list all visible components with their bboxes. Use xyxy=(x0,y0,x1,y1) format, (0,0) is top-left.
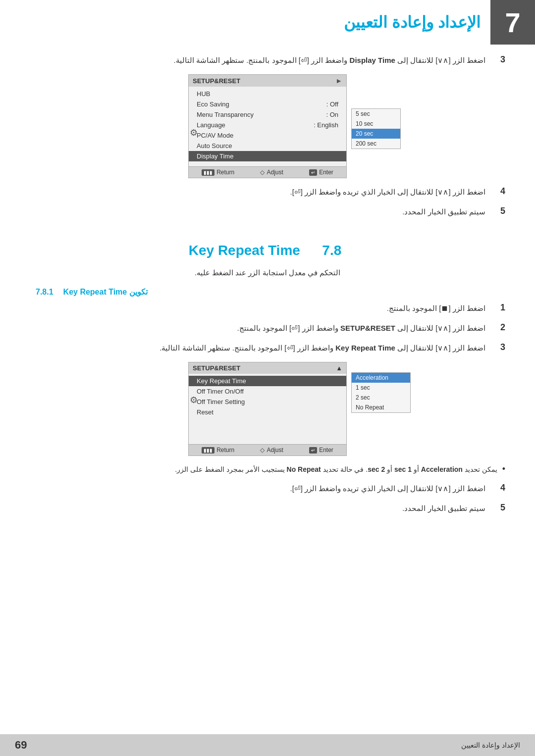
step-text-4: اضغط الزر [∧∨] للانتقال إلى الخيار الذي … xyxy=(290,186,485,198)
menu-trans-value: : On xyxy=(326,111,338,118)
footer-enter-2: ↵ Enter xyxy=(309,447,333,454)
option-5sec: 5 sec xyxy=(352,109,400,119)
hub-label: HUB xyxy=(197,90,210,98)
footer-return-1: ▮▮▮ Return xyxy=(202,169,234,176)
dialog-container-1: SETUP&RESET ► ⚙ HUB Eco Saving : Off xyxy=(188,74,347,178)
dialog-row-menu-trans: Menu Transparency : On xyxy=(189,109,346,120)
return-icon-2: ▮▮▮ xyxy=(202,447,214,454)
krt-step-number-2: 2 xyxy=(490,322,505,333)
step-number-4: 4 xyxy=(490,186,505,197)
adjust-label-1: Adjust xyxy=(267,169,283,176)
arrow-right-icon: ► xyxy=(335,77,342,85)
footer-adjust-2: ◇ Adjust xyxy=(260,447,283,454)
enter-icon-2: ↵ xyxy=(309,447,317,454)
krt-step-4: 4 اضغط الزر [∧∨] للانتقال إلى الخيار الذ… xyxy=(30,483,505,495)
dialog-row-reset: Reset xyxy=(189,407,346,417)
adjust-label-2: Adjust xyxy=(267,447,283,454)
dialog-row-off-timer-onoff: Off Timer On/Off xyxy=(189,386,346,397)
off-timer-onoff-label: Off Timer On/Off xyxy=(197,388,244,395)
footer-adjust-1: ◇ Adjust xyxy=(260,169,283,176)
subsection-title-krt: تكوين Key Repeat Time xyxy=(63,287,148,297)
bullet-text-1: يمكن تحديد Acceleration أو 1 sec أو 2 se… xyxy=(175,464,497,475)
enter-label-1: Enter xyxy=(319,169,333,176)
krt-step-1: 1 اضغط الزر [⏹] الموجود بالمنتج. xyxy=(30,302,505,314)
menu-trans-label: Menu Transparency xyxy=(197,111,254,118)
bullet-icon: • xyxy=(502,464,505,474)
dialog-title-bar-1: SETUP&RESET ► xyxy=(189,75,346,87)
dialog-body-2: ⚙ Key Repeat Time Off Timer On/Off Off T… xyxy=(189,374,346,444)
dialog-row-hub: HUB xyxy=(189,89,346,99)
krt-step-5: 5 سيتم تطبيق الخيار المحدد. xyxy=(30,503,505,514)
krt-step-text-2: اضغط الزر [∧∨] للانتقال إلى SETUP&RESET … xyxy=(237,322,485,334)
dialog-footer-2: ▮▮▮ Return ◇ Adjust ↵ Enter xyxy=(189,444,346,455)
footer-text: الإعداد وإعادة التعيين xyxy=(461,741,520,749)
dialog-row-autosrc: Auto Source xyxy=(189,141,346,151)
dialog-title-1: SETUP&RESET xyxy=(193,77,240,85)
dialog-container-2: SETUP&RESET ▲ ⚙ Key Repeat Time Off Time… xyxy=(188,362,347,456)
footer-return-2: ▮▮▮ Return xyxy=(202,447,234,454)
krt-step-text-4: اضغط الزر [∧∨] للانتقال إلى الخيار الذي … xyxy=(290,483,485,495)
dialog-row-krt: Key Repeat Time xyxy=(189,376,346,386)
dialog-body-1: ⚙ HUB Eco Saving : Off Menu Transparency… xyxy=(189,87,346,166)
language-value: : English xyxy=(314,121,338,129)
option-20sec: 20 sec xyxy=(352,129,400,139)
krt-step-text-5: سيتم تطبيق الخيار المحدد. xyxy=(402,503,485,514)
pcav-label: PC/AV Mode xyxy=(197,132,233,139)
krt-step-2: 2 اضغط الزر [∧∨] للانتقال إلى SETUP&RESE… xyxy=(30,322,505,334)
krt-step-3: 3 اضغط الزر [∧∨] للانتقال إلى Key Repeat… xyxy=(30,342,505,354)
step-text-3: اضغط الزر [∧∨] للانتقال إلى Display Time… xyxy=(174,54,485,66)
subsection-heading-krt: تكوين Key Repeat Time 7.8.1 xyxy=(30,287,505,297)
return-icon-1: ▮▮▮ xyxy=(202,169,214,176)
footer-enter-1: ↵ Enter xyxy=(309,169,333,176)
step-4-display: 4 اضغط الزر [∧∨] للانتقال إلى الخيار الذ… xyxy=(30,186,505,198)
dialog-box-2: SETUP&RESET ▲ ⚙ Key Repeat Time Off Time… xyxy=(188,362,347,456)
bullet-row-1: • يمكن تحديد Acceleration أو 1 sec أو 2 … xyxy=(30,464,505,475)
krt-step-number-1: 1 xyxy=(490,302,505,313)
section-heading-krt: Key Repeat Time 7.8 xyxy=(30,243,505,258)
chapter-title: الإعداد وإعادة التعيين xyxy=(324,0,490,45)
step-5-display: 5 سيتم تطبيق الخيار المحدد. xyxy=(30,206,505,218)
krt-step-text-1: اضغط الزر [⏹] الموجود بالمنتج. xyxy=(387,302,485,314)
option-acceleration: Acceleration xyxy=(352,373,410,383)
step-number-5: 5 xyxy=(490,206,505,216)
dialog-row-pcav: PC/AV Mode xyxy=(189,130,346,141)
language-label: Language xyxy=(197,121,225,129)
return-label-1: Return xyxy=(216,169,234,176)
krt-step-text-3: اضغط الزر [∧∨] للانتقال إلى Key Repeat T… xyxy=(160,342,485,354)
dialog-footer-1: ▮▮▮ Return ◇ Adjust ↵ Enter xyxy=(189,166,346,178)
section-number-krt: 7.8 xyxy=(322,243,341,258)
adjust-icon-1: ◇ xyxy=(260,169,265,176)
enter-label-2: Enter xyxy=(319,447,333,454)
section-title-krt: Key Repeat Time xyxy=(189,243,300,258)
enter-icon-1: ↵ xyxy=(309,169,317,176)
display-time-label: Display Time xyxy=(197,152,233,160)
option-2sec: 2 sec xyxy=(352,393,410,403)
subsection-number-krt: 7.8.1 xyxy=(36,288,54,297)
krt-label: Key Repeat Time xyxy=(197,377,246,385)
dialog-row-display-time: Display Time xyxy=(189,151,346,161)
dialog-box-1: SETUP&RESET ► ⚙ HUB Eco Saving : Off xyxy=(188,74,347,178)
off-timer-setting-label: Off Timer Setting xyxy=(197,398,245,405)
eco-value: : Off xyxy=(326,101,338,108)
option-200sec: 200 sec xyxy=(352,139,400,149)
dropdown-options-2: Acceleration 1 sec 2 sec No Repeat xyxy=(351,372,411,413)
chapter-number: 7 xyxy=(490,0,535,45)
step-text-5: سيتم تطبيق الخيار المحدد. xyxy=(402,206,485,218)
option-10sec: 10 sec xyxy=(352,119,400,129)
option-no-repeat: No Repeat xyxy=(352,403,410,412)
chapter-banner: الإعداد وإعادة التعيين 7 xyxy=(324,0,535,45)
dialog-row-eco: Eco Saving : Off xyxy=(189,99,346,109)
reset-label: Reset xyxy=(197,408,214,416)
option-1sec: 1 sec xyxy=(352,383,410,393)
dialog-row-off-timer-setting: Off Timer Setting xyxy=(189,397,346,407)
krt-description: التحكم في معدل استجابة الزر عند الضغط عل… xyxy=(30,268,505,277)
dropdown-options-1: 5 sec 10 sec 20 sec 200 sec xyxy=(351,108,401,149)
krt-step-number-4: 4 xyxy=(490,483,505,493)
arrow-up-icon: ▲ xyxy=(336,364,342,372)
autosrc-label: Auto Source xyxy=(197,142,232,150)
footer-page-number: 69 xyxy=(15,739,27,752)
eco-label: Eco Saving xyxy=(197,101,229,108)
dialog-title-2: SETUP&RESET xyxy=(193,364,240,372)
step-3-display: 3 اضغط الزر [∧∨] للانتقال إلى Display Ti… xyxy=(30,54,505,66)
main-content: 3 اضغط الزر [∧∨] للانتقال إلى Display Ti… xyxy=(0,0,535,552)
